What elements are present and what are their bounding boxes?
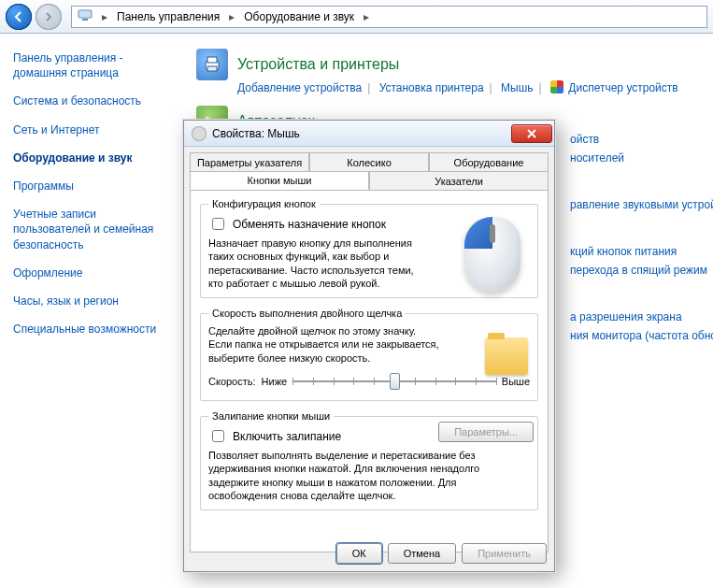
group-clicklock: Залипание кнопки мыши Включить залипание… <box>200 410 538 510</box>
swap-buttons-desc: Назначает правую кнопку для выполнения т… <box>208 237 423 290</box>
ok-button[interactable]: ОК <box>336 543 382 564</box>
category-devices: Устройства и принтеры Добавление устройс… <box>196 49 704 94</box>
tab-pointer-options[interactable]: Параметры указателя <box>190 152 309 171</box>
apply-button: Применить <box>462 543 547 564</box>
group-button-config: Конфигурация кнопок Обменять назначение … <box>200 198 538 298</box>
group-legend: Скорость выполнения двойного щелчка <box>208 308 406 319</box>
category-link[interactable]: Установка принтера <box>379 81 484 94</box>
partial-link[interactable]: ния монитора (частота обно <box>570 329 713 342</box>
clicklock-desc: Позволяет выполнять выделение и перетаск… <box>208 449 526 502</box>
sidebar-item[interactable]: Учетные записи пользователей и семейная … <box>13 207 174 252</box>
dblclick-desc: Сделайте двойной щелчок по этому значку.… <box>208 324 442 365</box>
clicklock-params-button: Параметры... <box>438 422 534 442</box>
computer-icon <box>78 7 93 25</box>
breadcrumb-item[interactable]: Оборудование и звук <box>244 10 354 23</box>
partial-link[interactable]: перехода в спящий режим <box>570 264 713 277</box>
nav-back-button[interactable] <box>6 4 32 30</box>
svg-rect-3 <box>207 57 217 63</box>
obscured-links: ойств носителей равление звуковыми устро… <box>570 133 713 348</box>
printer-icon <box>196 49 228 80</box>
dblclick-speed-slider[interactable] <box>292 370 496 393</box>
sidebar-item[interactable]: Сеть и Интернет <box>13 122 174 137</box>
category-title[interactable]: Устройства и принтеры <box>237 56 399 73</box>
sidebar-home-link[interactable]: Панель управления - домашняя страница <box>13 50 174 80</box>
partial-link[interactable]: а разрешения экрана <box>570 310 713 323</box>
slow-label: Ниже <box>262 376 288 387</box>
cancel-button[interactable]: Отмена <box>388 543 456 564</box>
shield-icon <box>550 80 563 93</box>
sidebar-item[interactable]: Специальные возможности <box>13 322 174 337</box>
swap-buttons-input[interactable] <box>212 218 224 230</box>
speed-label: Скорость: <box>208 376 256 387</box>
close-button[interactable] <box>511 124 552 143</box>
tab-buttons[interactable]: Кнопки мыши <box>190 171 369 190</box>
slider-thumb[interactable] <box>390 373 400 390</box>
partial-link[interactable]: носителей <box>570 151 713 165</box>
checkbox-label: Включить залипание <box>233 430 341 443</box>
category-link[interactable]: Добавление устройства <box>237 81 362 94</box>
svg-rect-0 <box>78 10 92 18</box>
partial-link[interactable]: ойств <box>570 133 713 146</box>
mouse-properties-dialog: Свойства: Мышь Параметры указателя Колес… <box>183 120 555 572</box>
group-legend: Конфигурация кнопок <box>208 198 320 209</box>
chevron-right-icon: ▸ <box>225 10 238 23</box>
tab-pointers[interactable]: Указатели <box>369 171 549 190</box>
fast-label: Выше <box>502 376 530 387</box>
sidebar: Панель управления - домашняя страница Си… <box>0 34 187 588</box>
category-link[interactable]: Мышь <box>501 81 534 94</box>
partial-link[interactable]: равление звуковыми устрой <box>570 198 713 211</box>
enable-clicklock-input[interactable] <box>212 430 224 442</box>
address-bar: ▸ Панель управления ▸ Оборудование и зву… <box>0 0 713 34</box>
partial-link[interactable]: кций кнопок питания <box>570 245 713 258</box>
chevron-right-icon: ▸ <box>98 10 111 23</box>
tab-strip: Параметры указателя Колесико Оборудовани… <box>190 152 549 190</box>
dialog-buttons: ОК Отмена Применить <box>336 543 547 564</box>
sidebar-item[interactable]: Программы <box>13 179 174 194</box>
breadcrumb-item[interactable]: Панель управления <box>117 10 220 23</box>
checkbox-label: Обменять назначение кнопок <box>233 218 386 231</box>
tab-hardware[interactable]: Оборудование <box>429 152 549 171</box>
folder-test-icon[interactable] <box>485 337 528 375</box>
sidebar-item[interactable]: Система и безопасность <box>13 93 174 108</box>
chevron-right-icon: ▸ <box>360 10 373 23</box>
svg-rect-1 <box>82 19 88 21</box>
breadcrumb[interactable]: ▸ Панель управления ▸ Оборудование и зву… <box>71 6 707 28</box>
sidebar-item[interactable]: Оформление <box>13 265 174 280</box>
sidebar-item-active[interactable]: Оборудование и звук <box>13 151 174 165</box>
mouse-icon <box>192 126 207 141</box>
nav-forward-button[interactable] <box>36 4 62 30</box>
group-legend: Залипание кнопки мыши <box>208 410 334 422</box>
category-link[interactable]: Диспетчер устройств <box>568 81 677 94</box>
group-doubleclick: Скорость выполнения двойного щелчка Сдел… <box>200 308 538 401</box>
mouse-illustration <box>455 217 530 301</box>
dialog-title: Свойства: Мышь <box>212 127 511 140</box>
dialog-titlebar[interactable]: Свойства: Мышь <box>184 121 554 147</box>
svg-rect-4 <box>207 66 217 71</box>
tab-content: Конфигурация кнопок Обменять назначение … <box>190 190 549 552</box>
tab-wheel[interactable]: Колесико <box>309 152 429 171</box>
sidebar-item[interactable]: Часы, язык и регион <box>13 294 174 308</box>
